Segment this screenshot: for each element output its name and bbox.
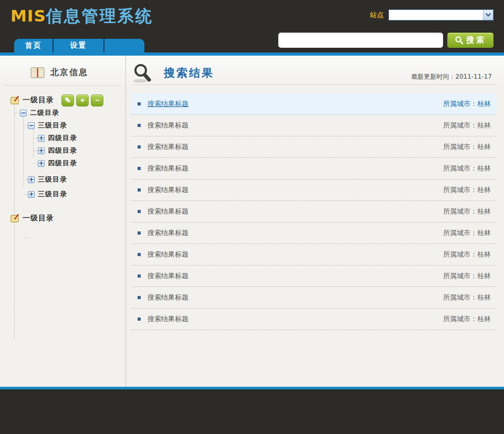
result-title[interactable]: 搜索结果标题 (148, 121, 188, 130)
search-button[interactable]: 搜索 (447, 33, 494, 48)
search-result-row[interactable]: 搜索结果标题 所属城市：桂林 (131, 93, 496, 115)
main-panel: 搜索结果 最新更新时间：2011-11-17 搜索结果标题 所属城市：桂林 搜索… (126, 56, 504, 387)
last-updated-text: 最新更新时间：2011-11-17 (411, 72, 492, 81)
expand-plus-icon[interactable]: + (28, 176, 35, 183)
result-city: 所属城市：桂林 (443, 314, 491, 324)
bullet-square-icon (138, 102, 141, 105)
book-icon (30, 67, 45, 78)
search-result-row[interactable]: 搜索结果标题 所属城市：桂林 (131, 115, 496, 136)
result-city: 所属城市：桂林 (443, 142, 491, 152)
result-title[interactable]: 搜索结果标题 (148, 142, 188, 152)
search-button-label: 搜索 (466, 35, 486, 45)
collapse-minus-icon[interactable]: − (28, 122, 35, 129)
note-edit-icon (10, 214, 19, 223)
result-title[interactable]: 搜索结果标题 (148, 207, 188, 216)
bullet-square-icon (138, 253, 141, 256)
page: MIS信息管理系统 站点 搜索 首页 设置 (0, 0, 504, 434)
search-result-row[interactable]: 搜索结果标题 所属城市：桂林 (131, 287, 496, 309)
search-icon (455, 36, 464, 45)
site-selector-row: 站点 (370, 9, 494, 20)
expand-plus-icon[interactable]: + (38, 160, 45, 167)
search-result-row[interactable]: 搜索结果标题 所属城市：桂林 (131, 266, 496, 287)
search-input[interactable] (278, 33, 443, 48)
collapse-minus-icon[interactable]: − (20, 110, 27, 117)
result-title[interactable]: 搜索结果标题 (148, 164, 188, 173)
main-header: 搜索结果 最新更新时间：2011-11-17 (132, 61, 496, 85)
result-title[interactable]: 搜索结果标题 (148, 185, 188, 195)
bullet-square-icon (138, 167, 141, 170)
tree-item-actions: ✎+− (59, 94, 103, 107)
tree-item[interactable]: 一级目录 (0, 212, 125, 225)
search-result-row[interactable]: 搜索结果标题 所属城市：桂林 (131, 309, 496, 330)
result-title[interactable]: 搜索结果标题 (148, 271, 188, 281)
tree-item[interactable]: +四级目录 (0, 157, 125, 170)
result-title[interactable]: 搜索结果标题 (148, 314, 188, 324)
bullet-square-icon (138, 317, 141, 321)
result-title[interactable]: 搜索结果标题 (148, 293, 188, 302)
bullet-square-icon (138, 145, 141, 149)
bullet-square-icon (138, 210, 141, 213)
result-city: 所属城市：桂林 (443, 228, 491, 238)
app-header: MIS信息管理系统 站点 搜索 首页 设置 (0, 0, 504, 52)
result-city: 所属城市：桂林 (443, 207, 491, 216)
bullet-square-icon (138, 274, 141, 278)
page-title: 搜索结果 (164, 66, 214, 80)
search-result-row[interactable]: 搜索结果标题 所属城市：桂林 (131, 223, 496, 244)
result-city: 所属城市：桂林 (443, 293, 491, 302)
remove-button[interactable]: − (91, 94, 103, 107)
tree-item[interactable]: −二级目录 (0, 107, 125, 119)
chevron-down-icon[interactable] (483, 10, 493, 20)
tree-item-label: 二级目录 (30, 108, 59, 118)
logo-mis: MIS (10, 6, 46, 25)
tree-item-label: 一级目录 (23, 96, 54, 105)
result-title[interactable]: 搜索结果标题 (148, 99, 188, 109)
tab-home[interactable]: 首页 (14, 39, 52, 52)
expand-plus-icon[interactable]: + (38, 147, 45, 154)
result-title[interactable]: 搜索结果标题 (148, 228, 188, 238)
logo-suffix: 信息管理系统 (46, 6, 153, 25)
result-city: 所属城市：桂林 (443, 121, 491, 130)
search-result-row[interactable]: 搜索结果标题 所属城市：桂林 (131, 136, 496, 158)
note-edit-icon (10, 96, 19, 104)
sidebar: 北京信息 一级目录 ✎+− −二级目录 −三级目录 +四级目录 +四级目录 +四… (0, 56, 126, 387)
tree-item[interactable]: +三级目录 (0, 173, 125, 186)
tree-item-label: 四级目录 (48, 158, 77, 168)
result-city: 所属城市：桂林 (443, 99, 491, 109)
tree-item-label: 三级目录 (38, 121, 67, 130)
search-result-row[interactable]: 搜索结果标题 所属城市：桂林 (131, 158, 496, 179)
tree-item[interactable]: −三级目录 (0, 119, 125, 132)
search-result-row[interactable]: 搜索结果标题 所属城市：桂林 (131, 201, 496, 223)
content-area: 北京信息 一级目录 ✎+− −二级目录 −三级目录 +四级目录 +四级目录 +四… (0, 56, 504, 387)
bullet-square-icon (138, 231, 141, 235)
app-logo: MIS信息管理系统 (10, 5, 153, 27)
search-result-row[interactable]: 搜索结果标题 所属城市：桂林 (131, 179, 496, 201)
sidebar-title: 北京信息 (50, 67, 88, 78)
expand-plus-icon[interactable]: + (28, 191, 35, 198)
tree-item[interactable]: +四级目录 (0, 132, 125, 144)
tab-empty[interactable] (103, 39, 144, 52)
search-result-row[interactable]: 搜索结果标题 所属城市：桂林 (131, 244, 496, 266)
tab-bar: 首页 设置 (14, 39, 144, 52)
site-select[interactable] (388, 9, 494, 20)
tree-ellipsis: ... (0, 233, 125, 240)
tree-item-label: 一级目录 (23, 214, 54, 223)
expand-plus-icon[interactable]: + (38, 135, 45, 142)
edit-pencil-button[interactable]: ✎ (61, 94, 74, 107)
tree-item-label: 四级目录 (48, 133, 77, 143)
site-label: 站点 (370, 10, 384, 20)
tree-item-label: 四级目录 (48, 146, 77, 155)
bullet-square-icon (138, 296, 141, 299)
result-city: 所属城市：桂林 (443, 185, 491, 195)
footer (0, 389, 504, 434)
result-city: 所属城市：桂林 (443, 164, 491, 173)
add-button[interactable]: + (76, 94, 89, 107)
sidebar-title-row: 北京信息 (4, 56, 121, 86)
bullet-square-icon (138, 188, 141, 192)
bullet-square-icon (138, 124, 141, 127)
tree-item[interactable]: +三级目录 (0, 188, 125, 200)
result-title[interactable]: 搜索结果标题 (148, 250, 188, 259)
tree-item[interactable]: 一级目录 ✎+− (0, 94, 125, 107)
tab-settings[interactable]: 设置 (52, 39, 103, 52)
tree-item[interactable]: +四级目录 (0, 144, 125, 157)
tree-item-label: 三级目录 (38, 189, 67, 199)
